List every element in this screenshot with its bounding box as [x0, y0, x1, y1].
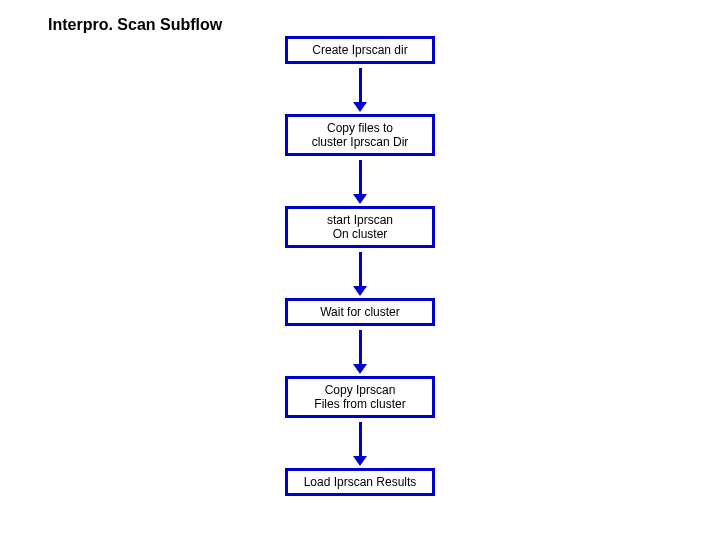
flow-node-label: cluster Iprscan Dir	[292, 135, 428, 149]
flow-arrow	[353, 330, 367, 374]
flow-arrow	[353, 422, 367, 466]
flow-node: start Iprscan On cluster	[285, 206, 435, 248]
flow-arrow	[353, 252, 367, 296]
flow-node-label: Copy Iprscan	[292, 383, 428, 397]
chevron-down-icon	[353, 364, 367, 374]
flow-node-label: start Iprscan	[292, 213, 428, 227]
flow-node-label: Create Iprscan dir	[292, 43, 428, 57]
arrow-shaft	[359, 160, 362, 194]
flow-arrow	[353, 160, 367, 204]
flowchart-container: Create Iprscan dir Copy files to cluster…	[280, 36, 440, 496]
flow-node: Load Iprscan Results	[285, 468, 435, 496]
flow-node-label: Wait for cluster	[292, 305, 428, 319]
flow-node: Copy Iprscan Files from cluster	[285, 376, 435, 418]
flow-node: Create Iprscan dir	[285, 36, 435, 64]
chevron-down-icon	[353, 194, 367, 204]
chevron-down-icon	[353, 286, 367, 296]
flow-arrow	[353, 68, 367, 112]
flow-node-label: Files from cluster	[292, 397, 428, 411]
flow-node-label: Copy files to	[292, 121, 428, 135]
arrow-shaft	[359, 330, 362, 364]
flow-node: Copy files to cluster Iprscan Dir	[285, 114, 435, 156]
chevron-down-icon	[353, 456, 367, 466]
arrow-shaft	[359, 68, 362, 102]
arrow-shaft	[359, 252, 362, 286]
flow-node-label: Load Iprscan Results	[292, 475, 428, 489]
chevron-down-icon	[353, 102, 367, 112]
flow-node: Wait for cluster	[285, 298, 435, 326]
flow-node-label: On cluster	[292, 227, 428, 241]
diagram-title: Interpro. Scan Subflow	[48, 16, 222, 34]
arrow-shaft	[359, 422, 362, 456]
